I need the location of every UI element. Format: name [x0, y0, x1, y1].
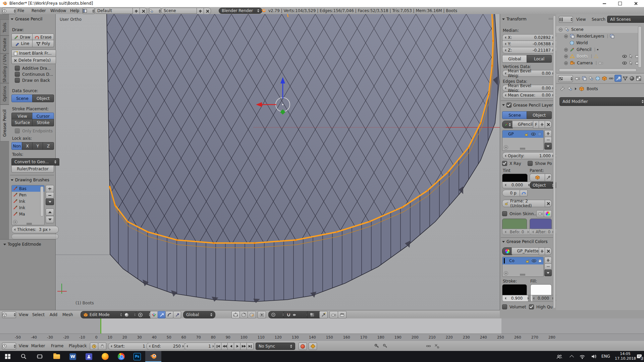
tab-tools[interactable]: Tools [0, 19, 9, 36]
add-color-button[interactable] [544, 257, 552, 264]
gp-source-object-button[interactable]: Object [527, 111, 552, 119]
remove-color-button[interactable] [544, 263, 552, 270]
add-palette-button[interactable] [539, 247, 545, 255]
menu-playback[interactable]: Playback [69, 344, 87, 348]
gp-source-scene-button[interactable]: Scene [502, 111, 527, 119]
tab-data[interactable] [622, 75, 628, 81]
tab-modifiers[interactable] [614, 75, 622, 82]
continuous-drawing-checkbox[interactable]: Continuous D... [15, 72, 53, 77]
clipped-slider[interactable] [11, 234, 59, 239]
jump-to-end-button[interactable] [247, 343, 254, 350]
brush-move-down-button[interactable] [46, 216, 54, 223]
outliner-row-camera[interactable]: Camera [556, 60, 644, 66]
panel-grip-icon[interactable] [549, 18, 553, 19]
opacity-slider[interactable]: Opacity:1.000 [502, 152, 556, 159]
outliner-menu-view[interactable]: View [576, 17, 586, 22]
file-explorer-button[interactable] [49, 351, 65, 362]
manipulate-center-button[interactable] [319, 311, 328, 318]
high-quality-checkbox[interactable]: High Qu [529, 304, 552, 309]
lock-axis-none-button[interactable]: Non [11, 142, 22, 150]
insert-blank-frame-button[interactable]: Insert Blank Fr... [11, 50, 56, 57]
tint-factor-slider[interactable]: 0.000 [502, 182, 532, 188]
onion-color-button[interactable] [544, 210, 552, 217]
stroke-color-swatch[interactable] [502, 284, 527, 296]
expand-icon[interactable] [564, 55, 568, 58]
tab-object[interactable] [601, 75, 607, 81]
teams-button[interactable] [81, 351, 97, 362]
ghost-icon[interactable] [538, 259, 542, 263]
properties-editor-type-button[interactable] [558, 75, 573, 82]
data-source-object-button[interactable]: Object [32, 95, 54, 102]
brush-item[interactable]: Ink [12, 198, 44, 204]
add-modifier-dropdown[interactable]: Add Modifier [559, 97, 644, 106]
maximize-button[interactable] [612, 0, 628, 7]
limit-to-visible-button[interactable] [258, 311, 266, 318]
eye-icon[interactable] [532, 258, 536, 263]
tab-options[interactable]: Options [0, 83, 9, 105]
jump-to-start-button[interactable] [215, 343, 222, 350]
orientation-dropdown[interactable]: Global [183, 311, 215, 318]
lock-icon[interactable] [526, 259, 530, 263]
tab-grease-pencil[interactable]: Grease Pencil [0, 105, 9, 141]
jump-prev-keyframe-button[interactable] [221, 343, 228, 350]
list-scrollbar[interactable] [40, 186, 44, 217]
resize-grip-icon[interactable] [520, 148, 525, 148]
placement-stroke-button[interactable]: Stroke [32, 119, 54, 126]
render-engine-dropdown[interactable]: Blender Render [219, 8, 262, 14]
sync-dropdown[interactable]: No Sync [256, 343, 295, 350]
vertex-select-button[interactable] [231, 311, 240, 318]
selectable-icon[interactable] [629, 54, 633, 58]
timeline-range-active[interactable] [101, 318, 501, 334]
notification-button[interactable]: 2 [635, 351, 644, 362]
median-y-field[interactable]: Y:-0.06388 [502, 41, 556, 47]
add-item-icon[interactable] [504, 271, 508, 276]
outliner-row-scene[interactable]: Scene [556, 26, 639, 33]
link-icon[interactable] [426, 344, 431, 349]
clock[interactable]: 14:05 17.10.2018 [615, 352, 636, 361]
language-indicator[interactable]: ENG [601, 354, 610, 359]
ruler-protractor-button[interactable]: Ruler/Protractor [11, 165, 54, 173]
task-view-button[interactable] [32, 351, 48, 362]
close-button[interactable] [628, 0, 643, 7]
brush-item[interactable]: Pen [12, 192, 44, 198]
editor-type-button[interactable] [2, 311, 16, 318]
opengl-render-button[interactable] [329, 311, 338, 318]
remove-brush-button[interactable] [46, 192, 54, 199]
tint-color-swatch[interactable] [502, 174, 528, 182]
selectable-icon[interactable] [629, 61, 633, 65]
mean-bevel-weight-edges[interactable]: Mean Bevel Weig:0.00 [502, 85, 556, 92]
end-frame-field[interactable]: End:250 [146, 343, 186, 350]
manipulator-translate-button[interactable] [158, 311, 166, 318]
firefox-button[interactable] [97, 351, 113, 362]
manipulator-rotate-button[interactable] [165, 311, 173, 318]
pin-icon[interactable] [560, 86, 565, 91]
delete-keyframe-icon[interactable] [383, 344, 388, 349]
expand-icon[interactable] [564, 35, 568, 38]
mean-bevel-weight-vertices[interactable]: Mean Bevel Weig:0.00 [502, 70, 556, 77]
menu-file[interactable]: File [17, 8, 24, 13]
play-button[interactable] [234, 343, 241, 350]
start-button[interactable] [0, 351, 15, 362]
add-item-icon[interactable] [504, 145, 508, 149]
n-panel-scrollbar[interactable] [553, 15, 556, 308]
draw-on-back-checkbox[interactable]: Draw on Back [15, 78, 50, 83]
menu-render[interactable]: Render [32, 8, 46, 13]
menu-frame[interactable]: Frame [51, 344, 63, 348]
tab-render[interactable] [574, 75, 581, 81]
outliner-row-gpencil[interactable]: GPencil [556, 46, 644, 53]
menu-view[interactable]: View [19, 312, 28, 317]
onion-before-color[interactable] [502, 219, 527, 229]
menu-marker[interactable]: Marker [31, 344, 45, 348]
face-select-button[interactable] [248, 311, 256, 318]
outliner-menu-search[interactable]: Search [592, 17, 605, 22]
line-button[interactable]: Line [11, 40, 33, 47]
brush-specials-button[interactable] [46, 198, 54, 205]
unlink-icon[interactable] [434, 344, 439, 349]
additive-drawing-checkbox[interactable]: Additive Dra... [15, 66, 51, 71]
resize-grip-icon[interactable] [520, 274, 525, 275]
outliner-row-boots[interactable]: Boots [556, 53, 644, 60]
blender-taskbar-button[interactable] [145, 351, 161, 362]
delete-frames-button[interactable]: Delete Frame(s) [11, 57, 56, 64]
parent-object-picker[interactable] [530, 174, 545, 181]
scene-selector-button[interactable] [149, 8, 161, 14]
